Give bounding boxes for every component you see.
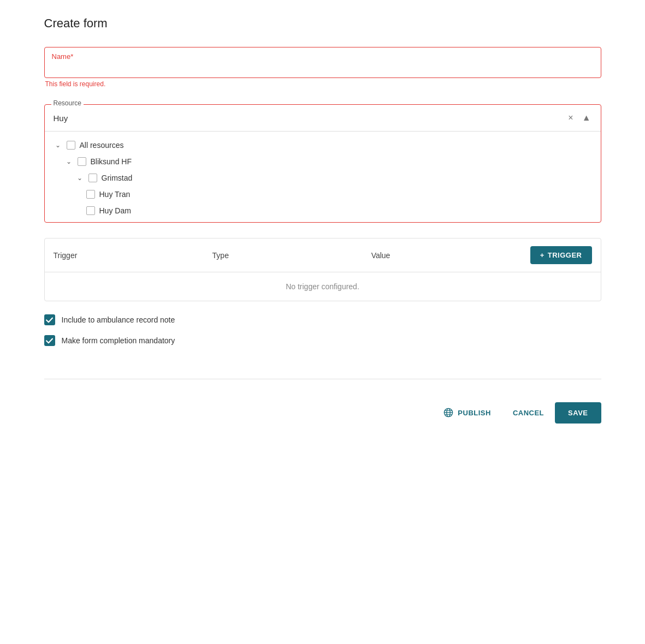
tree-item-huy-tran: Huy Tran — [45, 186, 601, 202]
checkbox-mandatory[interactable] — [44, 335, 55, 346]
resource-clear-button[interactable]: × — [567, 112, 574, 123]
trigger-header: Trigger Type Value + TRIGGER — [45, 238, 601, 272]
checkmark-ambulance-icon — [46, 317, 53, 324]
option-row-ambulance: Include to ambulance record note — [44, 314, 601, 325]
trigger-plus-icon: + — [540, 251, 545, 259]
cancel-label: CANCEL — [513, 409, 544, 417]
resource-icons: × ▲ — [567, 112, 591, 123]
checkbox-ambulance[interactable] — [44, 314, 55, 325]
tree-item-bliksund: ⌄ Bliksund HF — [45, 153, 601, 170]
checkbox-grimstad[interactable] — [88, 174, 97, 182]
tree-label-bliksund: Bliksund HF — [91, 157, 132, 166]
page-title: Create form — [44, 16, 601, 31]
publish-label: PUBLISH — [458, 409, 491, 417]
name-error: This field is required. — [45, 80, 601, 88]
globe-icon — [443, 408, 453, 418]
publish-button[interactable]: PUBLISH — [433, 401, 502, 424]
trigger-col-type: Type — [212, 251, 371, 260]
save-button[interactable]: SAVE — [555, 402, 601, 424]
tree-item-huy-dam: Huy Dam — [45, 202, 601, 219]
resource-value: Huy — [54, 114, 567, 123]
trigger-button-label: TRIGGER — [548, 251, 582, 259]
trigger-col-value: Value — [371, 251, 530, 260]
tree-label-grimstad: Grimstad — [102, 174, 133, 182]
chevron-all[interactable]: ⌄ — [54, 141, 62, 150]
option-row-mandatory: Make form completion mandatory — [44, 335, 601, 346]
trigger-section: Trigger Type Value + TRIGGER No trigger … — [44, 238, 601, 301]
option-label-ambulance: Include to ambulance record note — [62, 315, 175, 324]
resource-section: Resource Huy × ▲ ⌄ All resources ⌄ Bliks… — [44, 104, 601, 223]
checkmark-mandatory-icon — [46, 337, 53, 344]
chevron-bliksund[interactable]: ⌄ — [64, 157, 73, 166]
chevron-grimstad[interactable]: ⌄ — [75, 174, 84, 182]
add-trigger-button[interactable]: + TRIGGER — [530, 246, 592, 264]
tree-label-all: All resources — [80, 141, 124, 150]
checkbox-bliksund[interactable] — [78, 157, 86, 166]
option-label-mandatory: Make form completion mandatory — [62, 336, 175, 345]
trigger-col-trigger: Trigger — [54, 251, 212, 260]
resource-tree: ⌄ All resources ⌄ Bliksund HF ⌄ Grimstad… — [45, 132, 601, 222]
checkbox-huy-tran[interactable] — [86, 190, 95, 199]
page-container: Create form Name* This field is required… — [22, 0, 623, 440]
resource-input-row: Huy × ▲ — [45, 105, 601, 132]
tree-label-huy-tran: Huy Tran — [99, 190, 131, 199]
trigger-empty-message: No trigger configured. — [45, 272, 601, 301]
footer: PUBLISH CANCEL SAVE — [44, 396, 601, 424]
checkbox-huy-dam[interactable] — [86, 206, 95, 215]
footer-divider — [44, 379, 601, 379]
tree-label-huy-dam: Huy Dam — [99, 206, 131, 215]
save-label: SAVE — [568, 409, 588, 417]
name-input[interactable] — [44, 47, 601, 78]
resource-expand-button[interactable]: ▲ — [581, 112, 592, 123]
tree-item-grimstad: ⌄ Grimstad — [45, 170, 601, 186]
checkbox-all[interactable] — [67, 141, 75, 150]
options-section: Include to ambulance record note Make fo… — [44, 314, 601, 346]
cancel-button[interactable]: CANCEL — [502, 402, 555, 424]
name-field-container: Name* — [44, 47, 601, 78]
resource-label: Resource — [51, 99, 84, 107]
tree-item-all: ⌄ All resources — [45, 137, 601, 153]
